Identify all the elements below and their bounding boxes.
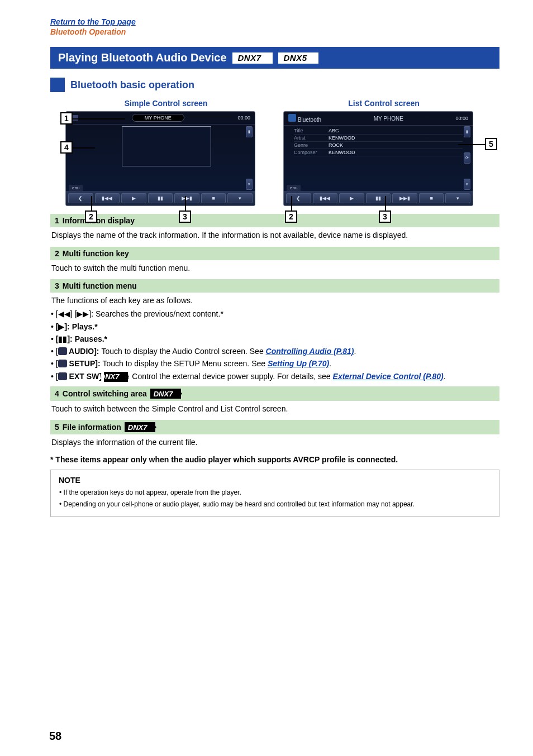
callout-2-left: 2 <box>85 210 97 223</box>
menu-tab[interactable]: enu <box>287 185 301 191</box>
audio-icon <box>58 347 67 355</box>
bullet-ext-sw: [ EXT SW] DNX7: Control the external dev… <box>50 371 499 382</box>
item-3-desc: The functions of each key are as follows… <box>50 293 499 307</box>
mf-btn[interactable]: ▶▶▮ <box>392 193 417 203</box>
clock: 00:00 <box>237 115 250 121</box>
device-name: MY PHONE <box>132 114 184 122</box>
callout-3-right: 3 <box>379 210 391 223</box>
ext-sw-icon <box>58 372 67 380</box>
item-5-header: 5 File information DNX7 <box>50 420 499 434</box>
mf-btn[interactable]: ▶ <box>121 193 146 203</box>
note-1: If the operation keys do not appear, ope… <box>59 488 491 497</box>
multi-function-bar[interactable]: ❮ ▮◀◀ ▶ ▮▮ ▶▶▮ ■ ▾ <box>66 191 255 205</box>
link-controlling-audio[interactable]: Controlling Audio (P.81) <box>266 347 354 356</box>
simple-screen-title: Simple Control screen <box>65 99 266 108</box>
side-controls[interactable]: ▮▾ <box>246 126 253 190</box>
simple-screenshot: MY PHONE 00:00 ▮▾ enu ❮ ▮◀◀ ▶ ▮▮ ▶▶▮ ■ <box>65 111 255 206</box>
subsection-title: Bluetooth basic operation <box>70 79 194 91</box>
mf-btn[interactable]: ▾ <box>227 193 253 203</box>
page-number: 58 <box>49 730 61 743</box>
bullet-prev-next: [◀◀] [▶▶]: Searches the previous/next co… <box>50 308 499 319</box>
mf-btn[interactable]: ❮ <box>286 193 311 203</box>
subsection-marker <box>50 78 65 92</box>
mf-btn[interactable]: ▾ <box>445 193 470 203</box>
bullet-play: [▶]: Plays.* <box>50 321 499 332</box>
return-top-link[interactable]: Return to the Top page <box>50 17 136 26</box>
mf-btn[interactable]: ▮◀◀ <box>95 193 120 203</box>
control-switch-area[interactable] <box>122 126 211 166</box>
mf-btn[interactable]: ❮ <box>68 193 93 203</box>
item-1-desc: Displays the name of the track informati… <box>50 227 499 242</box>
item-3-header: 3 Multi function menu <box>50 279 499 293</box>
subsection-header: Bluetooth basic operation <box>50 78 499 92</box>
menu-tab[interactable]: enu <box>69 185 83 191</box>
item-1-header: 1 Information display <box>50 214 499 227</box>
file-info-panel: TitleABC ArtistKENWOOD GenreROCK Compose… <box>289 125 467 159</box>
bullet-audio: [ AUDIO]: Touch to display the Audio Con… <box>50 346 499 357</box>
bullet-pause: [▮▮]: Pauses.* <box>50 333 499 344</box>
badge-dnx5: DNX5 <box>278 52 318 64</box>
callout-5: 5 <box>485 138 497 150</box>
item-5-desc: Displays the information of the current … <box>50 434 499 449</box>
link-setting-up[interactable]: Setting Up (P.70) <box>268 359 329 368</box>
list-screen-title: List Control screen <box>283 99 484 108</box>
badge-dnx7: DNX7 <box>232 52 273 64</box>
note-heading: NOTE <box>59 476 491 485</box>
list-screenshot: Bluetooth MY PHONE 00:00 TitleABC Artist… <box>283 111 473 206</box>
footnote: * These items appear only when the audio… <box>50 455 499 464</box>
source-label: Bluetooth <box>288 114 321 123</box>
list-screen-col: List Control screen Bluetooth MY PHONE 0… <box>283 99 484 206</box>
note-2: Depending on your cell-phone or audio pl… <box>59 500 491 509</box>
side-controls[interactable]: ▮⟳▾ <box>464 126 470 190</box>
mf-btn[interactable]: ▶ <box>339 193 364 203</box>
multi-function-bar[interactable]: ❮ ▮◀◀ ▶ ▮▮ ▶▶▮ ■ ▾ <box>284 191 473 205</box>
section-header: Playing Bluetooth Audio Device DNX7 DNX5 <box>50 47 499 69</box>
note-box: NOTE If the operation keys do not appear… <box>50 470 499 518</box>
callout-2-right: 2 <box>285 210 297 223</box>
callout-4: 4 <box>60 141 73 154</box>
callout-3-left: 3 <box>179 210 191 223</box>
badge-dnx7-inline: DNX7 <box>125 422 156 432</box>
mf-btn[interactable]: ▮▮ <box>148 193 173 203</box>
item-2-desc: Touch to switch the multi function menu. <box>50 260 499 275</box>
mf-btn[interactable]: ▶▶▮ <box>174 193 199 203</box>
mf-btn[interactable]: ▮◀◀ <box>313 193 338 203</box>
badge-dnx7-inline: DNX7 <box>150 389 182 399</box>
mf-btn[interactable]: ■ <box>419 193 444 203</box>
device-name: MY PHONE <box>374 116 403 122</box>
breadcrumb: Bluetooth Operation <box>50 27 126 36</box>
item-4-header: 4 Control switching area DNX7 <box>50 386 499 401</box>
section-title: Playing Bluetooth Audio Device <box>58 51 227 64</box>
badge-dnx7-inline: DNX7 <box>104 372 128 382</box>
header-links: Return to the Top page Bluetooth Operati… <box>50 17 499 37</box>
mf-btn[interactable]: ▮▮ <box>366 193 391 203</box>
bullet-setup: [ SETUP]: Touch to display the SETUP Men… <box>50 358 499 369</box>
item-2-header: 2 Multi function key <box>50 247 499 260</box>
item-4-desc: Touch to switch between the Simple Contr… <box>50 401 499 415</box>
setup-icon <box>58 360 67 367</box>
link-external-device-control[interactable]: External Device Control (P.80) <box>333 372 444 381</box>
screenshots-wrapper: Simple Control screen MY PHONE 00:00 ▮▾ … <box>50 99 499 206</box>
callout-1: 1 <box>60 112 73 125</box>
clock: 00:00 <box>455 116 468 121</box>
simple-screen-col: Simple Control screen MY PHONE 00:00 ▮▾ … <box>65 99 266 206</box>
mf-btn[interactable]: ■ <box>201 193 226 203</box>
